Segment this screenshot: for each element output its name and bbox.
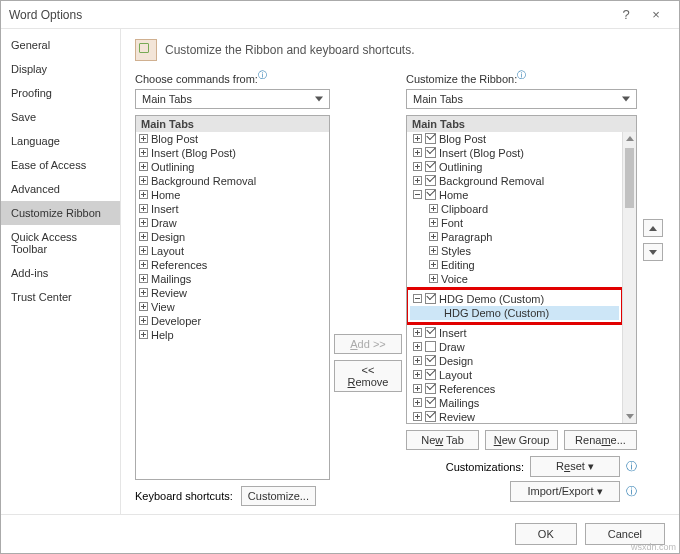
- command-item[interactable]: Layout: [136, 244, 329, 258]
- import-export-button[interactable]: Import/Export ▾: [510, 481, 620, 502]
- expand-icon[interactable]: [139, 246, 148, 255]
- command-item[interactable]: Review: [136, 286, 329, 300]
- ribbon-item[interactable]: Layout: [407, 368, 622, 382]
- expand-icon[interactable]: [413, 190, 422, 199]
- ribbon-item[interactable]: Insert: [407, 326, 622, 340]
- expand-icon[interactable]: [139, 274, 148, 283]
- expand-icon[interactable]: [413, 384, 422, 393]
- move-up-button[interactable]: [643, 219, 663, 237]
- ribbon-item[interactable]: Blog Post: [407, 132, 622, 146]
- scrollbar-thumb[interactable]: [625, 148, 634, 208]
- checkbox[interactable]: [425, 341, 436, 352]
- expand-icon[interactable]: [139, 204, 148, 213]
- command-item[interactable]: Outlining: [136, 160, 329, 174]
- scroll-down-icon[interactable]: [623, 409, 636, 423]
- sidebar-item-trust-center[interactable]: Trust Center: [1, 285, 120, 309]
- expand-icon[interactable]: [139, 218, 148, 227]
- command-item[interactable]: View: [136, 300, 329, 314]
- close-button[interactable]: ×: [641, 7, 671, 22]
- sidebar-item-quick-access-toolbar[interactable]: Quick Access Toolbar: [1, 225, 120, 261]
- sidebar-item-add-ins[interactable]: Add-ins: [1, 261, 120, 285]
- ribbon-item[interactable]: Editing: [407, 258, 622, 272]
- command-item[interactable]: Blog Post: [136, 132, 329, 146]
- command-item[interactable]: Background Removal: [136, 174, 329, 188]
- customize-keyboard-button[interactable]: Customize...: [241, 486, 316, 506]
- ribbon-item[interactable]: Draw: [407, 340, 622, 354]
- ribbon-item[interactable]: Styles: [407, 244, 622, 258]
- ribbon-item-selected[interactable]: HDG Demo (Custom): [410, 306, 619, 320]
- expand-icon[interactable]: [139, 190, 148, 199]
- checkbox[interactable]: [425, 397, 436, 408]
- expand-icon[interactable]: [413, 294, 422, 303]
- reset-button[interactable]: Reset ▾: [530, 456, 620, 477]
- move-down-button[interactable]: [643, 243, 663, 261]
- expand-icon[interactable]: [413, 148, 422, 157]
- ribbon-item[interactable]: Insert (Blog Post): [407, 146, 622, 160]
- expand-icon[interactable]: [429, 204, 438, 213]
- commands-listbox[interactable]: Main Tabs Blog PostInsert (Blog Post)Out…: [135, 115, 330, 480]
- checkbox[interactable]: [425, 161, 436, 172]
- help-button[interactable]: ?: [611, 7, 641, 22]
- expand-icon[interactable]: [139, 232, 148, 241]
- expand-icon[interactable]: [413, 328, 422, 337]
- ribbon-item[interactable]: References: [407, 382, 622, 396]
- command-item[interactable]: Help: [136, 328, 329, 342]
- ok-button[interactable]: OK: [515, 523, 577, 545]
- expand-icon[interactable]: [139, 176, 148, 185]
- remove-button[interactable]: << Remove: [334, 360, 402, 392]
- checkbox[interactable]: [425, 411, 436, 422]
- add-button[interactable]: Add >>: [334, 334, 402, 354]
- ribbon-item[interactable]: Outlining: [407, 160, 622, 174]
- sidebar-item-language[interactable]: Language: [1, 129, 120, 153]
- expand-icon[interactable]: [139, 148, 148, 157]
- ribbon-item[interactable]: Font: [407, 216, 622, 230]
- rename-button[interactable]: Rename...: [564, 430, 637, 450]
- ribbon-item[interactable]: HDG Demo (Custom): [410, 292, 619, 306]
- choose-commands-dropdown[interactable]: Main Tabs: [135, 89, 330, 109]
- checkbox[interactable]: [425, 383, 436, 394]
- checkbox[interactable]: [425, 355, 436, 366]
- command-item[interactable]: Home: [136, 188, 329, 202]
- checkbox[interactable]: [425, 133, 436, 144]
- sidebar-item-display[interactable]: Display: [1, 57, 120, 81]
- checkbox[interactable]: [425, 369, 436, 380]
- ribbon-treeview[interactable]: Main Tabs Blog PostInsert (Blog Post)Out…: [406, 115, 637, 424]
- command-item[interactable]: Developer: [136, 314, 329, 328]
- ribbon-item[interactable]: Review: [407, 410, 622, 423]
- ribbon-item[interactable]: Voice: [407, 272, 622, 286]
- ribbon-item[interactable]: Paragraph: [407, 230, 622, 244]
- expand-icon[interactable]: [429, 218, 438, 227]
- sidebar-item-proofing[interactable]: Proofing: [1, 81, 120, 105]
- expand-icon[interactable]: [413, 356, 422, 365]
- checkbox[interactable]: [425, 189, 436, 200]
- expand-icon[interactable]: [429, 232, 438, 241]
- expand-icon[interactable]: [139, 330, 148, 339]
- expand-icon[interactable]: [413, 176, 422, 185]
- ribbon-item[interactable]: Mailings: [407, 396, 622, 410]
- command-item[interactable]: Insert: [136, 202, 329, 216]
- expand-icon[interactable]: [429, 246, 438, 255]
- command-item[interactable]: Draw: [136, 216, 329, 230]
- command-item[interactable]: Design: [136, 230, 329, 244]
- scrollbar[interactable]: [622, 132, 636, 423]
- expand-icon[interactable]: [413, 342, 422, 351]
- expand-icon[interactable]: [139, 260, 148, 269]
- ribbon-item[interactable]: Design: [407, 354, 622, 368]
- checkbox[interactable]: [425, 327, 436, 338]
- expand-icon[interactable]: [429, 260, 438, 269]
- command-item[interactable]: Mailings: [136, 272, 329, 286]
- expand-icon[interactable]: [413, 370, 422, 379]
- scroll-up-icon[interactable]: [623, 132, 636, 146]
- sidebar-item-save[interactable]: Save: [1, 105, 120, 129]
- expand-icon[interactable]: [413, 134, 422, 143]
- expand-icon[interactable]: [413, 162, 422, 171]
- expand-icon[interactable]: [413, 398, 422, 407]
- expand-icon[interactable]: [139, 162, 148, 171]
- expand-icon[interactable]: [139, 316, 148, 325]
- customize-ribbon-dropdown[interactable]: Main Tabs: [406, 89, 637, 109]
- command-item[interactable]: Insert (Blog Post): [136, 146, 329, 160]
- expand-icon[interactable]: [139, 288, 148, 297]
- sidebar-item-advanced[interactable]: Advanced: [1, 177, 120, 201]
- new-tab-button[interactable]: New Tab: [406, 430, 479, 450]
- ribbon-item[interactable]: Background Removal: [407, 174, 622, 188]
